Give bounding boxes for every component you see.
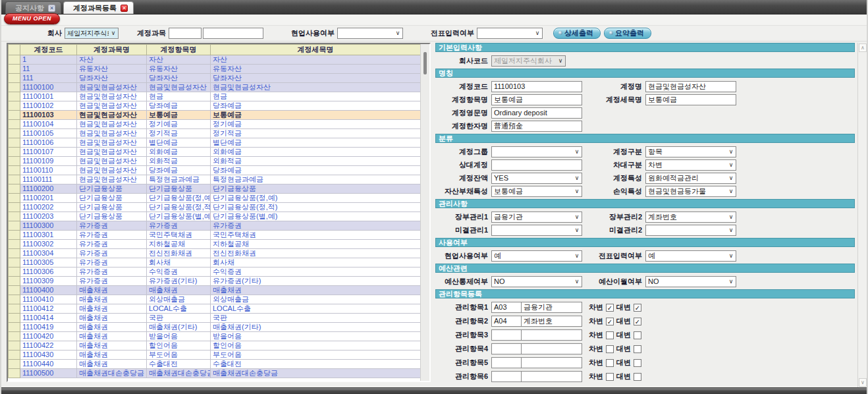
cell-code[interactable]: 11100410 [20,295,77,304]
row-selector[interactable] [9,65,20,74]
row-selector[interactable] [9,129,20,138]
table-row[interactable]: 11100419매출채권매출채권(기타)매출채권(기타) [9,323,421,332]
cell-name3[interactable]: 당좌예금 [211,101,421,111]
cell-name1[interactable]: 매출채권 [77,360,147,369]
cell-name2[interactable]: 전신전화채권 [147,249,211,258]
cell-name2[interactable]: 유가증권 [147,221,211,231]
book-mgmt2-select[interactable]: 계좌번호∨ [645,211,736,223]
row-selector[interactable] [9,286,20,295]
cell-name3[interactable]: 당좌자산 [211,74,421,83]
row-selector[interactable] [9,92,20,101]
table-row[interactable]: 11100202단기금융상품단기금융상품(정,적)단기금융상품(정,적) [9,203,421,212]
cell-name3[interactable]: 정기예금 [211,120,421,129]
cell-code[interactable]: 11100400 [20,286,77,295]
cell-name2[interactable]: 국판 [147,314,211,323]
table-row[interactable]: 11100107현금및현금성자산외화예금외화예금 [9,148,421,157]
mgmt-item-name-field[interactable] [521,371,582,382]
cell-name3[interactable]: 유가증권(기타) [211,277,421,286]
table-row[interactable]: 11100430매출채권부도어음부도어음 [9,351,421,360]
cell-name2[interactable]: 자산 [147,55,211,65]
row-selector[interactable] [9,184,20,194]
table-row[interactable]: 11100414매출채권국판국판 [9,314,421,323]
cell-name3[interactable]: 단기금융상품(정,적) [211,203,421,212]
credit-checkbox[interactable]: ✓ [634,318,641,325]
cell-code[interactable]: 11100305 [20,258,77,267]
cell-name1[interactable]: 현금및현금성자산 [77,175,147,184]
cell-code[interactable]: 11 [20,65,77,74]
cell-name2[interactable]: 특정현금과예금 [147,175,211,184]
credit-checkbox[interactable] [634,331,641,339]
cell-name1[interactable]: 매출채권 [77,295,147,304]
credit-checkbox[interactable] [634,373,641,381]
cell-code[interactable]: 11100414 [20,314,77,323]
cell-name1[interactable]: 유가증권 [77,267,147,277]
account-item-field[interactable]: 보통예금 [491,94,582,105]
cell-name1[interactable]: 현금및현금성자산 [77,148,147,157]
cell-code[interactable]: 11100301 [20,231,77,240]
table-row[interactable]: 11100103현금및현금성자산보통예금보통예금 [9,111,421,120]
cell-name1[interactable]: 당좌자산 [77,74,147,83]
row-selector[interactable] [9,240,20,249]
cell-name1[interactable]: 현금및현금성자산 [77,166,147,175]
cell-code[interactable]: 11100106 [20,138,77,148]
cell-code[interactable]: 11100302 [20,240,77,249]
cell-code[interactable]: 11100430 [20,351,77,360]
row-selector[interactable] [9,111,20,120]
trait-select[interactable]: 원화예적금관리∨ [645,173,736,184]
row-selector[interactable] [9,231,20,240]
row-selector[interactable] [9,148,20,157]
cell-name1[interactable]: 매출채권 [77,332,147,341]
cell-code[interactable]: 1 [20,55,77,65]
account-detail-field[interactable]: 보통예금 [645,94,736,105]
cell-name3[interactable]: 국민주택채권 [211,231,421,240]
cell-name3[interactable]: 단기금융상품(정,예) [211,194,421,203]
row-selector[interactable] [9,360,20,369]
balance-select[interactable]: YES∨ [491,173,582,184]
cell-name3[interactable]: 매출채권대손충당금 [211,369,421,378]
row-selector[interactable] [9,369,20,378]
table-row[interactable]: 11100111현금및현금성자산특정현금과예금특정현금과예금 [9,175,421,184]
cell-name3[interactable]: 수출대전 [211,360,421,369]
cell-name1[interactable]: 현금및현금성자산 [77,129,147,138]
chadae-select[interactable]: 차변∨ [645,159,736,171]
cell-name2[interactable]: 단기금융상품(별,예) [147,212,211,221]
cell-name3[interactable]: 현금 [211,92,421,101]
cell-name1[interactable]: 현금및현금성자산 [77,83,147,92]
account-code-field[interactable]: 11100103 [491,81,582,92]
cell-name3[interactable]: 수익증권 [211,267,421,277]
table-row[interactable]: 11100400매출채권매출채권매출채권 [9,286,421,295]
cell-name1[interactable]: 자산 [77,55,147,65]
cell-code[interactable]: 11100111 [20,175,77,184]
row-selector[interactable] [9,304,20,314]
cell-name1[interactable]: 현금및현금성자산 [77,101,147,111]
cell-code[interactable]: 11100201 [20,194,77,203]
cell-name3[interactable]: 전신전화채권 [211,249,421,258]
counter-account-field[interactable] [491,159,582,171]
row-selector[interactable] [9,203,20,212]
table-row[interactable]: 11100200단기금융상품단기금융상품단기금융상품 [9,184,421,194]
table-row[interactable]: 11100110현금및현금성자산당좌예금당좌예금 [9,166,421,175]
cell-code[interactable]: 11100203 [20,212,77,221]
table-row[interactable]: 1자산자산자산 [9,55,421,65]
cell-code[interactable]: 11100420 [20,332,77,341]
cell-name2[interactable]: 매출채권(기타) [147,323,211,332]
account-code-input[interactable] [169,28,202,39]
cell-name1[interactable]: 매출채권 [77,323,147,332]
cell-name2[interactable]: 부도어음 [147,351,211,360]
cell-name1[interactable]: 현금및현금성자산 [77,92,147,101]
cell-name2[interactable]: 외화적금 [147,157,211,166]
table-row[interactable]: 11100306유가증권수익증권수익증권 [9,267,421,277]
table-row[interactable]: 11100104현금및현금성자산정기예금정기예금 [9,120,421,129]
row-selector[interactable] [9,332,20,341]
row-selector[interactable] [9,74,20,83]
cell-name2[interactable]: 단기금융상품 [147,184,211,194]
cell-code[interactable]: 11100309 [20,277,77,286]
mgmt-item-code-field[interactable] [491,371,522,382]
slip-use-select[interactable]: ∨ [477,28,543,39]
cell-name2[interactable]: 외상매출금 [147,295,211,304]
debit-checkbox[interactable] [606,373,614,381]
cell-name2[interactable]: 당좌자산 [147,74,211,83]
cell-name2[interactable]: 매출채권 [147,286,211,295]
cell-name3[interactable]: 부도어음 [211,351,421,360]
table-row[interactable]: 11100309유가증권유가증권(기타)유가증권(기타) [9,277,421,286]
